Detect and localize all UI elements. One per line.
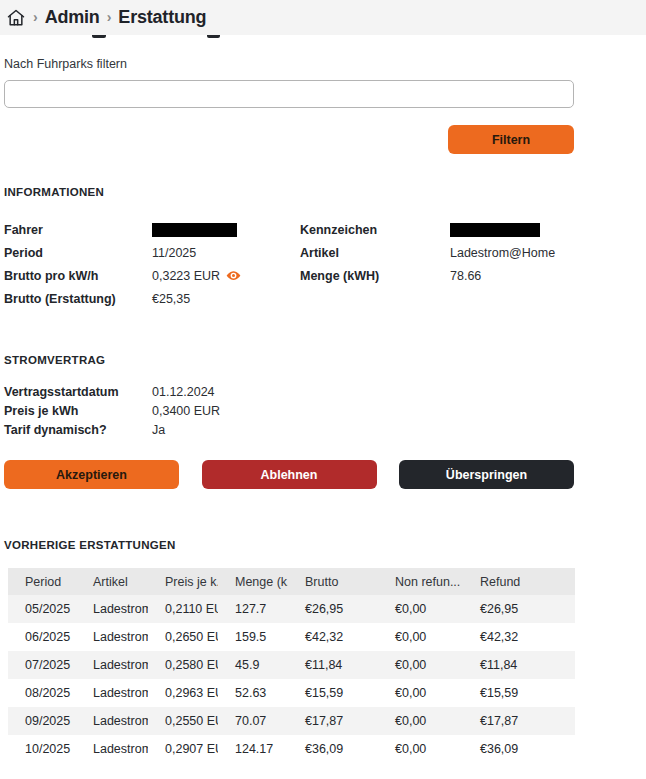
table-cell: 06/2025 xyxy=(8,623,76,651)
field-value: 11/2025 xyxy=(152,246,196,260)
field-row: ArtikelLadestrom@Home xyxy=(300,241,574,264)
action-buttons: Akzeptieren Ablehnen Überspringen xyxy=(4,460,574,489)
home-icon[interactable] xyxy=(6,8,26,28)
table-cell: €0,00 xyxy=(378,595,463,623)
table-cell: 70.07 xyxy=(218,707,288,735)
field-label: Menge (kWH) xyxy=(300,269,450,283)
table-cell: 124.17 xyxy=(218,735,288,763)
table-cell: Ladestrom... xyxy=(76,623,148,651)
table-cell: 45.9 xyxy=(218,651,288,679)
filter-button[interactable]: Filtern xyxy=(448,125,574,154)
breadcrumb-separator-icon: › xyxy=(107,9,112,25)
table-cell: €0,00 xyxy=(378,623,463,651)
field-row: Brutto (Erstattung)€25,35 xyxy=(4,287,300,310)
field-value-text: 0,3400 EUR xyxy=(152,404,220,418)
fleet-filter-label: Nach Fuhrparks filtern xyxy=(4,57,578,71)
table-cell: €15,59 xyxy=(288,679,378,707)
field-row: Tarif dynamisch?Ja xyxy=(4,420,578,439)
table-cell: €42,32 xyxy=(288,623,378,651)
fleet-filter-input[interactable] xyxy=(4,80,574,108)
table-column-header: Brutto xyxy=(288,568,378,595)
field-label: Tarif dynamisch? xyxy=(4,423,152,437)
table-cell: 0,2580 EUR xyxy=(148,651,218,679)
stromvertrag-section: STROMVERTRAG Vertragsstartdatum01.12.202… xyxy=(4,354,578,439)
field-value-text: 11/2025 xyxy=(152,246,196,260)
main-content: Nach Fuhrparks filtern Filtern INFORMATI… xyxy=(0,57,578,763)
informationen-title: INFORMATIONEN xyxy=(4,186,578,198)
redacted-value xyxy=(152,223,237,237)
table-row[interactable]: 05/2025Ladestrom...0,2110 EUR127.7€26,95… xyxy=(8,595,575,623)
accept-button[interactable]: Akzeptieren xyxy=(4,460,179,489)
table-cell: 07/2025 xyxy=(8,651,76,679)
stromvertrag-rows: Vertragsstartdatum01.12.2024Preis je kWh… xyxy=(4,382,578,439)
table-cell: Ladestrom... xyxy=(76,707,148,735)
field-value: 01.12.2024 xyxy=(152,385,215,399)
skip-button[interactable]: Überspringen xyxy=(399,460,574,489)
table-cell: €17,87 xyxy=(288,707,378,735)
table-cell: €15,59 xyxy=(463,679,575,707)
table-cell: 0,2907 EUR xyxy=(148,735,218,763)
table-cell: €0,00 xyxy=(378,651,463,679)
table-cell: €36,09 xyxy=(463,735,575,763)
table-row[interactable]: 09/2025Ladestrom...0,2550 EUR70.07€17,87… xyxy=(8,707,575,735)
field-label: Artikel xyxy=(300,246,450,260)
table-column-header: Artikel xyxy=(76,568,148,595)
table-row[interactable]: 07/2025Ladestrom...0,2580 EUR45.9€11,84€… xyxy=(8,651,575,679)
previous-refunds-section: VORHERIGE ERSTATTUNGEN PeriodArtikelPrei… xyxy=(4,539,578,763)
table-row[interactable]: 10/2025Ladestrom...0,2907 EUR124.17€36,0… xyxy=(8,735,575,763)
table-cell: 09/2025 xyxy=(8,707,76,735)
eye-icon[interactable] xyxy=(226,268,241,283)
field-label: Vertragsstartdatum xyxy=(4,385,152,399)
table-cell: 08/2025 xyxy=(8,679,76,707)
table-cell: 0,2550 EUR xyxy=(148,707,218,735)
filter-button-row: Filtern xyxy=(4,125,574,154)
reject-button[interactable]: Ablehnen xyxy=(202,460,377,489)
table-column-header: Refund xyxy=(463,568,575,595)
table-cell: €42,32 xyxy=(463,623,575,651)
table-column-header: Menge (k... xyxy=(218,568,288,595)
table-cell: €26,95 xyxy=(463,595,575,623)
previous-refunds-title: VORHERIGE ERSTATTUNGEN xyxy=(4,539,578,551)
field-row: Menge (kWH)78.66 xyxy=(300,264,574,287)
previous-refunds-table: PeriodArtikelPreis je k...Menge (k...Bru… xyxy=(8,568,575,763)
field-value-text: 78.66 xyxy=(450,269,481,283)
field-row: Preis je kWh0,3400 EUR xyxy=(4,401,578,420)
field-value: Ja xyxy=(152,423,165,437)
field-row: Vertragsstartdatum01.12.2024 xyxy=(4,382,578,401)
table-cell: 0,2650 EUR xyxy=(148,623,218,651)
table-row[interactable]: 06/2025Ladestrom...0,2650 EUR159.5€42,32… xyxy=(8,623,575,651)
table-cell: 0,2963 EUR xyxy=(148,679,218,707)
field-value: Ladestrom@Home xyxy=(450,246,555,260)
table-cell: €11,84 xyxy=(288,651,378,679)
field-label: Brutto (Erstattung) xyxy=(4,292,152,306)
field-value-text: Ja xyxy=(152,423,165,437)
table-header-row: PeriodArtikelPreis je k...Menge (k...Bru… xyxy=(8,568,575,595)
table-cell: €26,95 xyxy=(288,595,378,623)
table-column-header: Preis je k... xyxy=(148,568,218,595)
table-cell: 05/2025 xyxy=(8,595,76,623)
informationen-right-column: KennzeichenArtikelLadestrom@HomeMenge (k… xyxy=(300,218,574,310)
field-value-text: 0,3223 EUR xyxy=(152,269,220,283)
redacted-value xyxy=(450,223,540,237)
field-value-text: 01.12.2024 xyxy=(152,385,215,399)
field-value: 0,3223 EUR xyxy=(152,268,241,283)
table-cell: €11,84 xyxy=(463,651,575,679)
table-row[interactable]: 08/2025Ladestrom...0,2963 EUR52.63€15,59… xyxy=(8,679,575,707)
table-cell: 0,2110 EUR xyxy=(148,595,218,623)
breadcrumb-separator-icon: › xyxy=(33,9,38,25)
stromvertrag-title: STROMVERTRAG xyxy=(4,354,578,366)
table-cell: 52.63 xyxy=(218,679,288,707)
field-label: Fahrer xyxy=(4,223,152,237)
field-value-text: €25,35 xyxy=(152,292,190,306)
table-cell: 127.7 xyxy=(218,595,288,623)
field-label: Preis je kWh xyxy=(4,404,152,418)
breadcrumb-item-erstattung[interactable]: Erstattung xyxy=(118,7,206,28)
table-cell: €36,09 xyxy=(288,735,378,763)
field-value xyxy=(152,223,237,237)
informationen-left-column: FahrerPeriod11/2025Brutto pro kW/h0,3223… xyxy=(4,218,300,310)
informationen-section: INFORMATIONEN FahrerPeriod11/2025Brutto … xyxy=(4,186,578,310)
breadcrumb-item-admin[interactable]: Admin xyxy=(45,7,100,28)
table-cell: Ladestrom... xyxy=(76,735,148,763)
field-label: Period xyxy=(4,246,152,260)
table-column-header: Period xyxy=(8,568,76,595)
